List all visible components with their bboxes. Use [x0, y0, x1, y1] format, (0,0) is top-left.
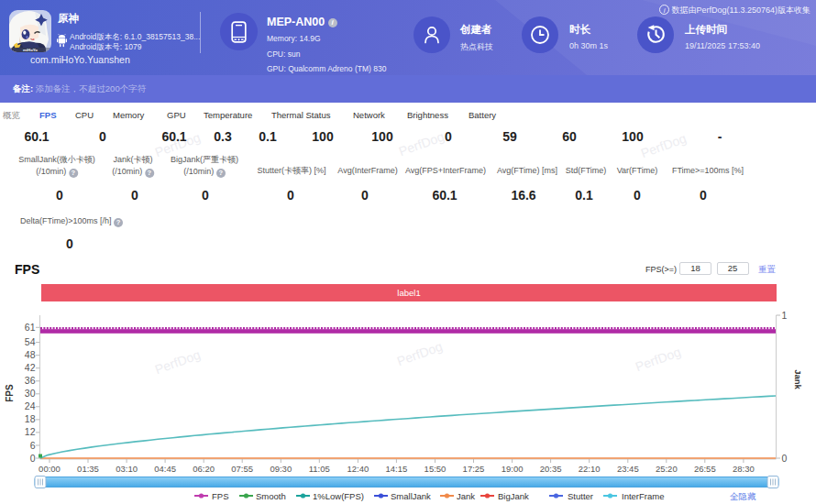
- svg-text:18: 18: [25, 413, 36, 424]
- svg-text:12: 12: [25, 426, 36, 437]
- svg-text:InterFrame: InterFrame: [622, 491, 664, 501]
- svg-text:SmallJank: SmallJank: [391, 491, 431, 501]
- svg-text:1%Low(FPS): 1%Low(FPS): [313, 491, 364, 501]
- svg-text:1: 1: [782, 310, 788, 321]
- svg-text:23:45: 23:45: [617, 464, 639, 474]
- svg-text:42: 42: [25, 362, 36, 373]
- svg-text:48: 48: [25, 349, 36, 360]
- svg-text:14:15: 14:15: [386, 464, 408, 474]
- svg-text:全隐藏: 全隐藏: [730, 491, 756, 501]
- svg-text:FPS: FPS: [212, 491, 228, 501]
- svg-text:01:35: 01:35: [77, 464, 99, 474]
- svg-text:0: 0: [782, 453, 788, 464]
- svg-text:30: 30: [25, 388, 36, 399]
- svg-text:Jank: Jank: [457, 491, 475, 501]
- svg-text:Stutter: Stutter: [568, 491, 593, 501]
- svg-text:04:45: 04:45: [154, 464, 176, 474]
- svg-text:03:10: 03:10: [116, 464, 138, 474]
- svg-text:07:55: 07:55: [231, 464, 253, 474]
- svg-text:miHoYo: miHoYo: [23, 48, 38, 52]
- svg-text:BigJank: BigJank: [498, 491, 529, 501]
- svg-text:54: 54: [25, 336, 36, 347]
- svg-text:06:20: 06:20: [193, 464, 215, 474]
- svg-text:00:00: 00:00: [39, 464, 61, 474]
- svg-text:FPS: FPS: [5, 384, 15, 402]
- svg-text:26:55: 26:55: [694, 464, 716, 474]
- svg-text:28:30: 28:30: [733, 464, 755, 474]
- svg-text:20:35: 20:35: [540, 464, 562, 474]
- svg-text:22:10: 22:10: [579, 464, 601, 474]
- svg-text:17:25: 17:25: [463, 464, 485, 474]
- svg-text:6: 6: [30, 440, 36, 451]
- svg-text:11:05: 11:05: [309, 464, 330, 474]
- svg-text:25:20: 25:20: [656, 464, 678, 474]
- svg-text:09:30: 09:30: [270, 464, 292, 474]
- svg-text:24: 24: [25, 400, 36, 411]
- svg-text:12:40: 12:40: [347, 464, 369, 474]
- svg-text:15:50: 15:50: [425, 464, 447, 474]
- svg-text:0: 0: [30, 453, 36, 464]
- svg-text:61: 61: [25, 322, 36, 333]
- svg-text:19:00: 19:00: [502, 464, 524, 474]
- svg-text:Jank: Jank: [793, 369, 803, 389]
- svg-text:36: 36: [25, 375, 36, 386]
- svg-text:Smooth: Smooth: [256, 491, 286, 501]
